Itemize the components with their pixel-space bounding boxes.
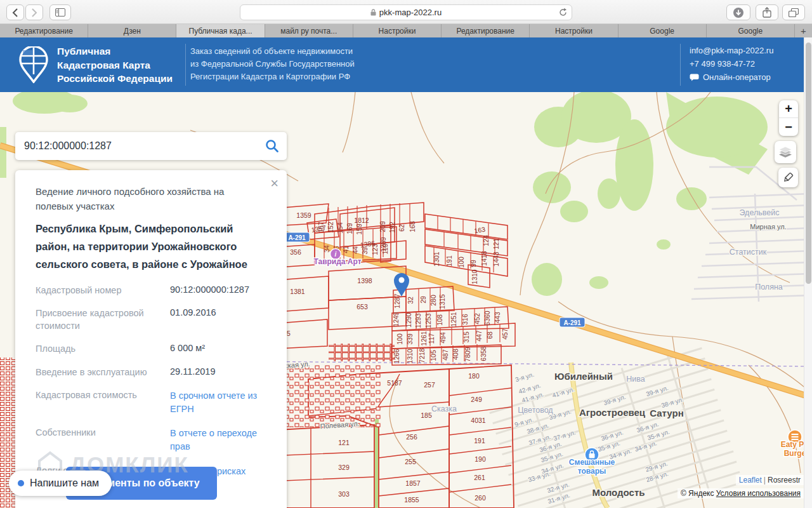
online-operator-link[interactable]: Онлайн-оператор xyxy=(690,70,773,84)
parcel-number: 1249 xyxy=(392,312,400,327)
parcel-number: 100 xyxy=(457,257,465,268)
parcel-number: 180 xyxy=(468,372,480,380)
poi-label: товары xyxy=(578,467,606,476)
allotment-grid xyxy=(329,344,395,361)
egrn-report-link[interactable]: В срочном отчете из ЕГРН xyxy=(170,389,259,416)
parcel-number: 99 xyxy=(469,260,477,267)
tab-6[interactable]: Настройки xyxy=(530,24,618,37)
parcel-number: 29 xyxy=(419,296,427,304)
parcel-number: 329 xyxy=(338,464,350,471)
search-button[interactable] xyxy=(258,139,287,153)
parcel-number: 261 xyxy=(474,474,485,481)
poi-label: Таврида Арт xyxy=(313,257,361,266)
parcel-number: 260 xyxy=(475,494,486,502)
contact-email[interactable]: info@pkk-map-2022.ru xyxy=(690,44,773,57)
place-label: Молодость xyxy=(593,487,645,498)
online-dot-icon xyxy=(18,480,24,486)
parcel-number: 6360 xyxy=(483,311,491,326)
site-title[interactable]: Публичная Кадастровая Карта Российской Ф… xyxy=(57,44,173,86)
lock-icon xyxy=(370,9,376,16)
parcel-number: 249 xyxy=(471,396,482,403)
page-scrollbar[interactable] xyxy=(804,37,812,508)
parcel-number: 169 xyxy=(346,223,353,234)
parcel-number: 6358 xyxy=(480,346,487,361)
tab-2[interactable]: Публичная када... xyxy=(176,24,265,37)
row-cadastral-number: Кадастровый номер 90:12:000000:1287 xyxy=(36,284,264,297)
url-text: pkk-map-2022.ru xyxy=(379,8,442,17)
new-tab-button[interactable]: + xyxy=(795,24,812,37)
sidebar-icon xyxy=(55,8,65,17)
parcel-number: 1310 xyxy=(406,349,414,364)
parcel-number: 1301 xyxy=(433,251,440,267)
reload-icon[interactable] xyxy=(559,8,567,17)
row-commissioning: Введение в эксплуатацию 29.11.2019 xyxy=(36,366,264,379)
layers-button[interactable] xyxy=(775,141,796,163)
forward-button[interactable] xyxy=(25,4,43,20)
map-attribution: Leaflet|Rosreestr xyxy=(736,475,804,485)
parcel-number: 1398 xyxy=(357,277,372,284)
parcel-number: 1857 xyxy=(405,479,421,487)
measure-button[interactable] xyxy=(778,168,798,187)
contact-phone[interactable]: +7 499 938-47-72 xyxy=(690,57,773,70)
parcel-number: 1289 xyxy=(379,237,387,252)
parcel-number: 32 xyxy=(407,297,414,304)
scrollbar-thumb[interactable] xyxy=(806,43,811,284)
parcel-number: 1261 xyxy=(420,331,428,346)
parcel-number: 117 xyxy=(428,333,435,344)
tab-overview-button[interactable] xyxy=(782,4,805,20)
parcel-number: 339 xyxy=(406,333,414,345)
terms-of-use-link[interactable]: Условия использования xyxy=(716,489,801,498)
back-button[interactable] xyxy=(6,4,24,20)
parcel-number: 191 xyxy=(474,437,485,444)
parcel-number: 1253 xyxy=(424,313,432,328)
row-area: Площадь 6 000 м² xyxy=(36,343,264,356)
parcel-number: 315 xyxy=(462,331,470,343)
parcel-number: 257 xyxy=(424,381,435,389)
tab-1[interactable]: Дзен xyxy=(88,24,176,37)
place-label: Нива xyxy=(626,375,645,384)
share-button[interactable] xyxy=(756,4,778,20)
address-bar[interactable]: pkk-map-2022.ru xyxy=(240,4,572,20)
ownership-report-link[interactable]: В отчете о переходе прав xyxy=(170,427,259,453)
place-label: Статистик xyxy=(730,248,767,257)
header-divider xyxy=(185,44,186,86)
tab-4[interactable]: Настройки xyxy=(353,24,442,37)
tab-0[interactable]: Редактирование xyxy=(0,24,88,37)
parcel-number: 100 xyxy=(396,333,403,345)
search-icon xyxy=(265,139,279,153)
parcel-number: 121 xyxy=(338,439,350,446)
parcel-number: 154 xyxy=(336,222,344,234)
road-badge-label: А-291 xyxy=(288,234,306,241)
zoom-in-button[interactable]: + xyxy=(779,100,798,118)
rosreestr-label: Rosreestr xyxy=(768,476,801,485)
parcel-usage: Ведение личного подсобного хозяйства на … xyxy=(36,184,264,214)
parcel-number: 62 xyxy=(398,224,405,232)
parcel-number: 1310 xyxy=(471,269,478,284)
leaflet-link[interactable]: Leaflet xyxy=(739,476,762,485)
parcel-number: 121 xyxy=(492,238,500,250)
tab-7[interactable]: Google xyxy=(619,24,707,37)
tab-5[interactable]: Редактирование xyxy=(442,24,530,37)
search-input[interactable] xyxy=(15,140,258,152)
tab-3[interactable]: майл ру почта... xyxy=(265,24,353,37)
parcel-number: 124 xyxy=(482,235,490,246)
tab-8[interactable]: Google xyxy=(707,24,795,37)
street-label: Мирная ул. xyxy=(750,223,786,231)
parcel-number: 1443 xyxy=(492,251,500,267)
close-icon[interactable]: × xyxy=(270,178,278,189)
parcel-number: 1287 xyxy=(393,293,401,309)
village-houses xyxy=(284,365,381,427)
chat-button[interactable]: Напишите нам xyxy=(9,471,112,496)
parcel-info-panel: × Ведение личного подсобного хозяйства н… xyxy=(15,170,287,508)
header-contacts: info@pkk-map-2022.ru +7 499 938-47-72 Он… xyxy=(690,44,773,84)
place-label: Юбилейный xyxy=(554,371,613,382)
place-label: Поляна xyxy=(755,283,783,291)
sidebar-button[interactable] xyxy=(49,4,71,20)
downloads-button[interactable] xyxy=(726,4,750,20)
parcel-number: 356 xyxy=(290,248,301,256)
parcel-number: 4031 xyxy=(471,417,486,424)
zoom-out-button[interactable]: − xyxy=(779,118,798,136)
parcel-number: 452 xyxy=(473,313,481,324)
parcel-number: 39 xyxy=(361,247,369,255)
parcel-number: 41 xyxy=(342,246,350,253)
